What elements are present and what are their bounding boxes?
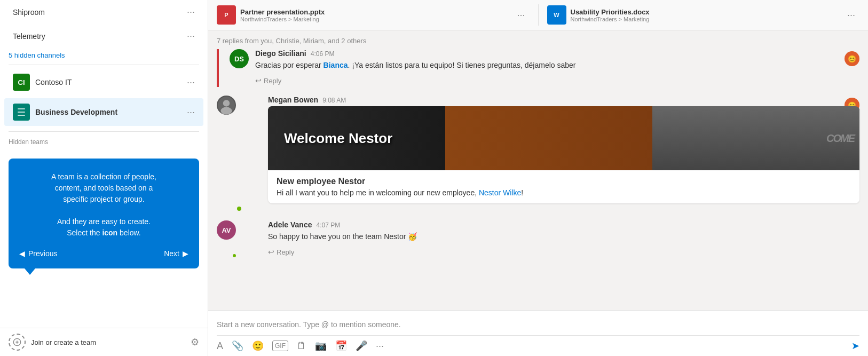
sidebar-item-telemetry[interactable]: Telemetry ··· [4,25,203,47]
message-megan: Megan Bowen 9:08 AM Welcome Nestor COME [217,96,859,212]
join-create-icon[interactable] [9,334,26,351]
new-conversation-bar: Start a new conversation. Type @ to ment… [208,310,868,356]
author-adele: Adele Vance [268,220,312,229]
chat-area: 7 replies from you, Christie, Miriam, an… [208,30,868,310]
welcome-card: Welcome Nestor COME New employee Nestor … [268,106,859,203]
settings-icon[interactable]: ⚙ [191,336,199,348]
more-icon[interactable]: ··· [376,341,384,352]
message-body-diego: Diego Siciliani 4:06 PM Gracias por espe… [255,49,859,87]
format-icon[interactable]: A [217,341,223,352]
video-icon[interactable]: 📷 [315,340,327,352]
files-bar: P Partner presentation.pptx NorthwindTra… [208,0,868,30]
file-item-docx[interactable]: W Usability Priorities.docx NorthwindTra… [547,5,834,25]
online-indicator-adele [232,253,237,258]
send-button[interactable]: ➤ [851,340,859,352]
audio-icon[interactable]: 🎤 [356,340,367,352]
file-name: Usability Priorities.docx [571,8,834,16]
chevron-left-icon: ◀ [19,249,25,258]
message-adele: AV Adele Vance 4:07 PM So happy to have … [217,220,859,258]
time-adele: 4:07 PM [317,221,341,229]
file-more-icon[interactable]: ··· [512,7,529,23]
sidebar: Shiproom ··· Telemetry ··· 5 hidden chan… [0,0,208,356]
tooltip-triangle [25,268,35,275]
message-diego: DS Diego Siciliani 4:06 PM Gracias por e… [217,49,859,87]
reply-count: 7 replies from you, Christie, Miriam, an… [217,30,859,49]
file-path: NorthwindTraders > Marketing [240,16,504,22]
mention-bianca: Bianca [323,61,348,69]
reaction-icon-diego[interactable]: 😊 [845,51,859,66]
avatar-megan [217,96,236,115]
message-header-megan: Megan Bowen 9:08 AM [268,96,859,104]
team-icon-bizdev [13,104,30,121]
message-header-diego: Diego Siciliani 4:06 PM [255,49,859,58]
reply-button-adele[interactable]: ↩ Reply [268,246,859,258]
pptx-icon: P [217,5,236,25]
schedule-icon[interactable]: 📅 [335,340,347,352]
hidden-channels-link[interactable]: 5 hidden channels [9,48,208,62]
chevron-right-icon: ▶ [183,249,188,258]
welcome-card-title: New employee Nestor [268,170,859,188]
time-diego: 4:06 PM [311,50,335,58]
file-info-docx: Usability Priorities.docx NorthwindTrade… [571,8,834,22]
welcome-card-desc: Hi all I want you to help me in welcomin… [268,188,859,203]
ellipsis-icon[interactable]: ··· [187,107,195,118]
welcome-text: Welcome Nestor [284,130,392,147]
time-megan: 9:08 AM [322,97,346,104]
message-toolbar: A 📎 🙂 GIF 🗒 📷 📅 🎤 ··· ➤ [217,336,859,352]
reply-arrow-icon-2: ↩ [268,248,274,256]
author-diego: Diego Siciliani [255,49,306,58]
reply-arrow-icon: ↩ [255,76,262,85]
main-content: P Partner presentation.pptx NorthwindTra… [208,0,868,356]
docx-icon: W [547,5,566,25]
ellipsis-icon[interactable]: ··· [187,77,195,88]
sidebar-item-shiproom[interactable]: Shiproom ··· [4,1,203,23]
message-text-adele: So happy to have you on the team Nestor … [268,231,859,242]
file-info-pptx: Partner presentation.pptx NorthwindTrade… [240,8,504,22]
tooltip-card: A team is a collection of people, conten… [9,159,199,268]
new-conversation-input[interactable]: Start a new conversation. Type @ to ment… [217,317,859,336]
message-body-adele: Adele Vance 4:07 PM So happy to have you… [268,220,859,258]
message-header-adele: Adele Vance 4:07 PM [268,220,859,229]
next-button[interactable]: Next ▶ [164,249,188,258]
avatar-diego: DS [230,49,249,68]
sidebar-item-contoso-it[interactable]: CI Contoso IT ··· [4,68,203,96]
ellipsis-icon[interactable]: ··· [187,6,195,18]
avatar-adele: AV [217,220,236,240]
online-indicator-megan [236,205,242,212]
team-icon-contoso: CI [13,74,30,91]
welcome-card-image: Welcome Nestor COME [268,106,859,170]
nestor-link[interactable]: Nestor Wilke [479,188,521,197]
file-name: Partner presentation.pptx [240,8,504,16]
file-path: NorthwindTraders > Marketing [571,16,834,22]
svg-point-4 [223,100,230,106]
sidebar-item-label: Shiproom [13,8,183,17]
hidden-teams-label: Hidden teams [0,134,208,150]
file-more-icon-2[interactable]: ··· [843,7,859,23]
join-create-text[interactable]: Join or create a team [31,338,185,346]
author-megan: Megan Bowen [268,96,318,104]
sticker-icon[interactable]: 🗒 [297,341,306,352]
tooltip-nav: ◀ Previous Next ▶ [19,249,188,258]
sidebar-item-label: Telemetry [13,32,183,41]
sidebar-bottom: Join or create a team ⚙ [0,328,208,356]
attach-icon[interactable]: 📎 [232,340,243,352]
file-divider [538,4,539,26]
svg-point-5 [220,107,232,115]
message-text-diego: Gracias por esperar Bianca. ¡Ya están li… [255,60,859,71]
sidebar-item-business-dev[interactable]: Business Development ··· [4,98,203,126]
ellipsis-icon[interactable]: ··· [187,30,195,42]
file-item-pptx[interactable]: P Partner presentation.pptx NorthwindTra… [217,5,504,25]
message-body-megan: Megan Bowen 9:08 AM Welcome Nestor COME [268,96,859,212]
gif-icon[interactable]: GIF [272,341,288,351]
tooltip-text: A team is a collection of people, conten… [19,171,188,239]
emoji-icon[interactable]: 🙂 [252,340,264,352]
sidebar-item-label: Business Development [35,108,183,116]
reply-button-diego[interactable]: ↩ Reply [255,74,859,87]
sidebar-item-label: Contoso IT [35,78,183,86]
previous-button[interactable]: ◀ Previous [19,249,57,258]
